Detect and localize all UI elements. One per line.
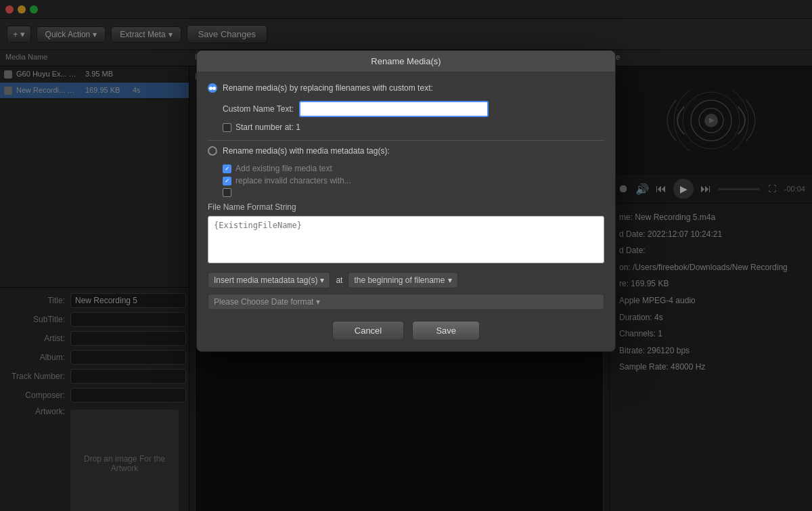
date-format-label: Please Choose Date format (214, 297, 313, 307)
start-number-checkbox[interactable] (223, 123, 231, 132)
check3-checkbox[interactable] (223, 188, 231, 197)
date-format-chevron: ▾ (316, 297, 320, 307)
check1-label: Add existing file media text (235, 164, 332, 173)
position-dropdown[interactable]: the beginning of filename ▾ (348, 272, 457, 288)
cancel-button[interactable]: Cancel (332, 321, 404, 340)
rename-dialog: Rename Media(s) Rename media(s) by repla… (196, 50, 616, 352)
dialog-buttons: Cancel Save (208, 321, 604, 340)
custom-name-input[interactable] (299, 101, 489, 117)
check1-row: ✓ Add existing file media text (223, 164, 604, 173)
position-label: the beginning of filename (354, 275, 445, 285)
date-format-dropdown[interactable]: Please Choose Date format ▾ (208, 294, 604, 310)
check3-row (223, 188, 604, 197)
check2-row: ✓ replace invalid characters with... (223, 176, 604, 185)
option1-row[interactable]: Rename media(s) by replacing filenames w… (208, 83, 604, 93)
dialog-title: Rename Media(s) (197, 51, 615, 72)
option1-label: Rename media(s) by replacing filenames w… (223, 83, 433, 93)
check2-label: replace invalid characters with... (235, 176, 351, 185)
dialog-body: Rename media(s) by replacing filenames w… (197, 72, 615, 351)
save-button[interactable]: Save (412, 321, 480, 340)
dialog-overlay: Rename Media(s) Rename media(s) by repla… (0, 0, 812, 511)
option2-label: Rename media(s) with media metadata tag(… (223, 146, 390, 156)
check1-checkbox[interactable]: ✓ (223, 164, 231, 173)
start-number-row: Start number at: 1 (223, 123, 604, 132)
insert-tag-dropdown[interactable]: Insert media metadata tag(s) ▾ (208, 272, 330, 288)
custom-name-label: Custom Name Text: (223, 104, 294, 114)
metadata-options: ✓ Add existing file media text ✓ replace… (223, 164, 604, 197)
insert-tag-label: Insert media metadata tag(s) (214, 275, 317, 285)
divider (208, 140, 604, 141)
insert-tag-chevron: ▾ (320, 275, 324, 285)
option1-radio[interactable] (208, 83, 217, 93)
section-label: File Name Format String (208, 202, 604, 212)
custom-name-row: Custom Name Text: (223, 101, 604, 117)
start-number-label: Start number at: 1 (235, 123, 300, 132)
check2-checkbox[interactable]: ✓ (223, 177, 231, 185)
option2-row[interactable]: Rename media(s) with media metadata tag(… (208, 146, 604, 156)
filename-format-textarea[interactable] (208, 216, 604, 263)
position-chevron: ▾ (448, 275, 452, 285)
at-label: at (336, 275, 342, 285)
insert-row: Insert media metadata tag(s) ▾ at the be… (208, 272, 604, 288)
option2-radio[interactable] (208, 146, 217, 156)
